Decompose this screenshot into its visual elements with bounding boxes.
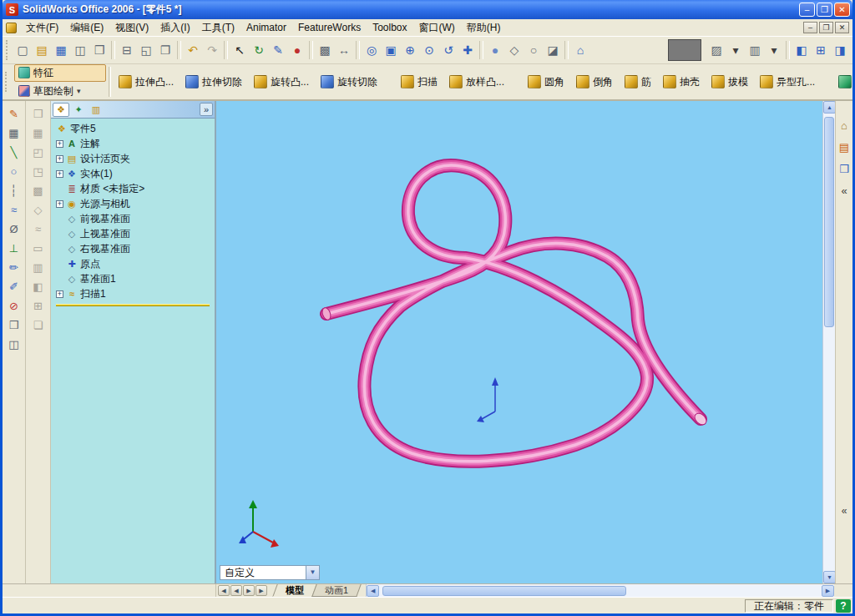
propertymanager-tab-icon[interactable]: ✦ <box>70 103 87 117</box>
dropdown-arrow-icon[interactable]: ▾ <box>765 41 783 59</box>
render-tools-icon[interactable]: ❏ <box>29 316 48 334</box>
menu-tools[interactable]: 工具(T) <box>196 18 240 38</box>
tree-item[interactable]: ✚ 原点 <box>54 256 215 271</box>
menu-edit[interactable]: 编辑(E) <box>64 18 109 38</box>
collapse-chevron-icon[interactable]: « <box>842 505 847 517</box>
pattern-gray-icon[interactable]: ◳ <box>29 162 48 180</box>
rib-button[interactable]: 筋 <box>620 71 656 93</box>
mdi-close-button[interactable]: ✕ <box>835 22 849 33</box>
file-explorer-icon[interactable]: ❒ <box>837 161 852 176</box>
view-orientation-combo[interactable]: 自定义 ▼ <box>220 565 320 580</box>
section-view-icon[interactable]: ◪ <box>544 41 562 59</box>
smart-dimension-icon[interactable]: Ø <box>5 220 23 238</box>
shaded-view-icon[interactable]: ● <box>486 41 504 59</box>
vertical-scrollbar[interactable]: ▲ ▼ <box>822 101 835 583</box>
make-drawing-icon[interactable]: ◫ <box>71 41 89 59</box>
save-icon[interactable]: ▦ <box>52 41 70 59</box>
weldment-icon[interactable]: ▭ <box>29 239 48 257</box>
convert-entities-icon[interactable]: ❒ <box>5 316 23 334</box>
make-assembly-icon[interactable]: ❒ <box>90 41 109 59</box>
horizontal-scrollbar[interactable]: ◀ ▶ <box>366 584 834 597</box>
sketch-icon[interactable]: ✎ <box>269 41 287 59</box>
new-document-icon[interactable]: ▢ <box>13 41 32 59</box>
features-cube-icon[interactable]: ▦ <box>29 124 48 142</box>
select-arrow-icon[interactable]: ↖ <box>230 41 249 59</box>
close-button[interactable]: ✕ <box>834 3 850 17</box>
line-tool-icon[interactable]: ╲ <box>5 143 23 161</box>
mdi-minimize-button[interactable]: – <box>803 22 817 33</box>
draft-button[interactable]: 拔模 <box>706 71 753 93</box>
tree-item[interactable]: + ❖ 实体(1) <box>54 166 215 181</box>
undo-icon[interactable]: ↶ <box>184 41 202 59</box>
expander-box[interactable]: + <box>56 290 63 298</box>
title-bar[interactable]: S SolidWorks Office 2006 - [零件5 *] – ❐ ✕ <box>3 0 852 19</box>
menu-featureworks[interactable]: FeatureWorks <box>292 19 367 36</box>
dimension-icon[interactable]: ↔ <box>335 41 353 59</box>
grid-system-icon[interactable]: ▦ <box>5 124 23 142</box>
tree-item[interactable]: ◇ 前视基准面 <box>54 211 215 226</box>
print-preview-icon[interactable]: ◱ <box>137 41 155 59</box>
toolbar-grip[interactable] <box>6 40 10 60</box>
tree-item[interactable]: + A 注解 <box>54 136 215 151</box>
extrude-boss-button[interactable]: 拉伸凸... <box>114 71 179 93</box>
collapse-chevron-icon[interactable]: « <box>837 183 852 198</box>
scrollbar-thumb[interactable] <box>382 586 625 596</box>
zoom-selected-icon[interactable]: ⊙ <box>420 41 438 59</box>
menu-help[interactable]: 帮助(H) <box>461 18 507 38</box>
reference-geometry-icon[interactable]: ❒ <box>29 104 48 123</box>
pane-left-icon[interactable]: ◧ <box>792 41 811 59</box>
sheet-metal-icon[interactable]: ≈ <box>29 220 48 238</box>
menu-animator[interactable]: Animator <box>240 19 292 36</box>
minimize-button[interactable]: – <box>799 3 815 17</box>
scroll-up-button[interactable]: ▲ <box>823 101 836 114</box>
centerline-tool-icon[interactable]: ┆ <box>5 181 23 199</box>
expander-box[interactable]: + <box>56 155 63 163</box>
menu-toolbox[interactable]: Toolbox <box>367 19 412 36</box>
graphics-area[interactable]: 自定义 ▼ <box>216 101 822 583</box>
rotate-view-icon[interactable]: ↺ <box>439 41 458 59</box>
scroll-down-button[interactable]: ▼ <box>823 571 836 583</box>
rebuild-icon[interactable]: ↻ <box>250 41 268 59</box>
tab-model[interactable]: 模型 <box>272 584 316 597</box>
loft-button[interactable]: 放样凸... <box>444 71 509 93</box>
edit-color-icon[interactable]: ● <box>288 41 306 59</box>
mdi-restore-button[interactable]: ❐ <box>819 22 833 33</box>
tree-item[interactable]: ≣ 材质 <未指定> <box>54 181 215 196</box>
copy-icon[interactable]: ❐ <box>156 41 175 59</box>
extruded-cut-button[interactable]: 拉伸切除 <box>180 71 247 93</box>
hidden-lines-icon[interactable]: ◇ <box>505 41 524 59</box>
menu-file[interactable]: 文件(F) <box>20 18 64 38</box>
open-document-icon[interactable]: ▤ <box>33 41 51 59</box>
home-resources-icon[interactable]: ⌂ <box>837 118 852 133</box>
revolved-cut-button[interactable]: 旋转切除 <box>316 71 382 93</box>
chamfer-button[interactable]: 倒角 <box>571 71 618 93</box>
featuremanager-tab-icon[interactable]: ❖ <box>53 103 69 117</box>
menu-window[interactable]: 窗口(W) <box>413 18 461 38</box>
combo-dropdown-button[interactable]: ▼ <box>306 566 319 579</box>
fillet-gray-icon[interactable]: ◰ <box>29 143 48 161</box>
pane-split-icon[interactable]: ⊞ <box>812 41 830 59</box>
tree-item[interactable]: + ▤ 设计活页夹 <box>54 151 215 166</box>
hole-wizard-button[interactable]: 异型孔... <box>755 71 820 93</box>
sketch-pencil-icon[interactable]: ✎ <box>5 104 23 123</box>
options-icon[interactable]: ▥ <box>746 41 764 59</box>
restore-button[interactable]: ❐ <box>817 3 832 17</box>
scroll-right-button[interactable]: ▶ <box>822 585 834 597</box>
sketch-edit-icon[interactable]: ✏ <box>5 258 23 276</box>
tree-item[interactable]: ◇ 右视基准面 <box>54 241 215 256</box>
wireframe-icon[interactable]: ○ <box>524 41 543 59</box>
configurationmanager-tab-icon[interactable]: ▥ <box>88 103 104 117</box>
expander-box[interactable]: + <box>56 200 63 208</box>
tree-item[interactable]: ◇ 基准面1 <box>54 271 215 286</box>
menu-view[interactable]: 视图(V) <box>109 18 154 38</box>
first-tab-button[interactable]: ◀ <box>218 585 230 596</box>
spline-tool-icon[interactable]: ≈ <box>5 200 23 219</box>
mirror-entities-icon[interactable]: ◫ <box>5 335 23 353</box>
scroll-track[interactable] <box>823 114 835 571</box>
tree-item[interactable]: + ◉ 光源与相机 <box>54 196 215 211</box>
surface-icon[interactable]: ▩ <box>29 181 48 199</box>
redo-icon[interactable]: ↷ <box>203 41 221 59</box>
linear-pattern-button[interactable]: 线性阵列 <box>833 71 855 93</box>
tree-root-part[interactable]: ❖ 零件5 <box>54 121 215 136</box>
delete-relation-icon[interactable]: ⊘ <box>5 296 23 315</box>
